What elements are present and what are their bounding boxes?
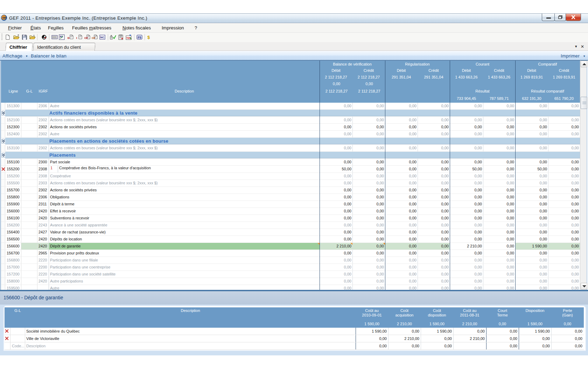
svg-text:D: D [68, 36, 70, 40]
svg-text:$: $ [147, 35, 150, 40]
svg-text:I: I [76, 36, 77, 40]
svg-text:NC: NC [100, 36, 105, 39]
svg-text:CF: CF [92, 36, 96, 40]
svg-text:CF: CF [84, 36, 88, 40]
svg-text:F5: F5 [138, 36, 141, 39]
